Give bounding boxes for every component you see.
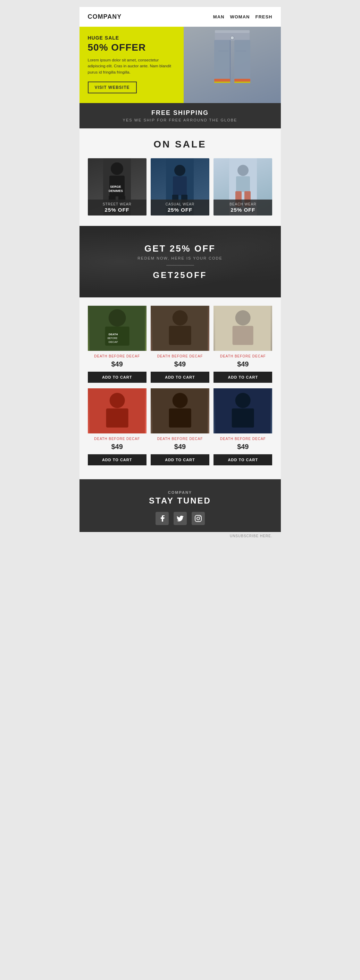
svg-point-52 xyxy=(200,516,200,517)
add-to-cart-button-4[interactable]: ADD TO CART xyxy=(88,454,147,465)
nav-item-man[interactable]: MAN xyxy=(213,14,225,19)
svg-rect-40 xyxy=(233,326,253,345)
coupon-title: GET 25% OFF xyxy=(88,243,272,254)
svg-point-25 xyxy=(237,165,248,176)
svg-point-13 xyxy=(111,162,123,175)
sale-category-casual: CASUAL WEAR xyxy=(154,202,206,206)
product-card-5: DEATH BEFORE DECAF $49 ADD TO CART xyxy=(151,388,209,465)
product-image-6 xyxy=(213,388,272,433)
hero-image-placeholder xyxy=(184,27,281,103)
sale-discount-beach: 25% OFF xyxy=(217,207,269,213)
instagram-icon[interactable] xyxy=(192,512,205,525)
sale-card-street-overlay: STREET WEAR 25% OFF xyxy=(88,200,147,215)
sale-grid: SERGE DENIMES STREET WEAR 25% OFF xyxy=(88,158,272,215)
hero-sale-label: HUGE SALE xyxy=(88,35,175,41)
coupon-banner: GET 25% OFF REDEM NOW, HERE IS YOUR CODE… xyxy=(80,226,281,298)
product-price-1: $49 xyxy=(111,360,123,368)
unsubscribe-link[interactable]: UNSUBSCRIBE HERE. xyxy=(230,534,272,538)
product-image-3 xyxy=(213,306,272,351)
sale-discount-casual: 25% OFF xyxy=(154,207,206,213)
sale-category-beach: BEACH WEAR xyxy=(217,202,269,206)
on-sale-section: ON SALE SERGE DENIMES STRE xyxy=(80,129,281,226)
svg-point-48 xyxy=(236,393,251,408)
sale-card-street[interactable]: SERGE DENIMES STREET WEAR 25% OFF xyxy=(88,158,147,215)
product-card-1: DEATH BEFORE DECAF DEATH BEFORE DECAF $4… xyxy=(88,306,147,383)
logo: COMPANY xyxy=(88,13,122,21)
coupon-subtitle: REDEM NOW, HERE IS YOUR CODE xyxy=(88,256,272,260)
product-image-2 xyxy=(151,306,209,351)
add-to-cart-button-3[interactable]: ADD TO CART xyxy=(213,372,272,383)
product-card-3: DEATH BEFORE DECAF $49 ADD TO CART xyxy=(213,306,272,383)
product-price-4: $49 xyxy=(111,443,123,451)
svg-point-30 xyxy=(108,309,126,326)
svg-rect-10 xyxy=(214,81,230,83)
product-price-5: $49 xyxy=(174,443,186,451)
nav-item-woman[interactable]: WOMAN xyxy=(230,14,250,19)
svg-point-45 xyxy=(172,393,188,408)
twitter-icon[interactable] xyxy=(174,512,187,525)
hero-image xyxy=(184,27,281,103)
product-name-5: DEATH BEFORE DECAF xyxy=(157,437,203,441)
svg-point-36 xyxy=(172,310,188,326)
svg-text:DEATH: DEATH xyxy=(108,333,118,336)
product-price-2: $49 xyxy=(174,360,186,368)
product-card-6: DEATH BEFORE DECAF $49 ADD TO CART xyxy=(213,388,272,465)
coupon-bg xyxy=(80,226,281,298)
shipping-subtitle: YES WE SHIP FOR FREE ARROUND THE GLOBE xyxy=(88,118,272,122)
social-icons xyxy=(88,512,272,525)
svg-rect-1 xyxy=(214,40,230,81)
svg-point-39 xyxy=(236,310,251,326)
product-image-4 xyxy=(88,388,147,433)
facebook-icon[interactable] xyxy=(156,512,169,525)
shipping-title: FREE SHIPPING xyxy=(88,109,272,116)
svg-rect-11 xyxy=(234,81,250,83)
header: COMPANY MAN WOMAN FRESH xyxy=(80,7,281,27)
on-sale-title: ON SALE xyxy=(88,139,272,150)
hero-left: HUGE SALE 50% OFFER Lorem ipsum dolor si… xyxy=(80,27,184,103)
svg-rect-8 xyxy=(214,79,230,81)
add-to-cart-button-1[interactable]: ADD TO CART xyxy=(88,372,147,383)
footer-company: COMPANY xyxy=(88,490,272,495)
svg-point-42 xyxy=(109,393,124,408)
product-price-6: $49 xyxy=(237,443,248,451)
footer-tagline: STAY TUNED xyxy=(88,496,272,506)
sale-card-beach-overlay: BEACH WEAR 25% OFF xyxy=(213,200,272,215)
svg-point-20 xyxy=(174,165,185,176)
svg-rect-43 xyxy=(106,409,128,428)
svg-text:SERGE: SERGE xyxy=(110,185,121,188)
svg-rect-3 xyxy=(215,30,250,33)
add-to-cart-button-5[interactable]: ADD TO CART xyxy=(151,454,209,465)
sale-card-beach[interactable]: BEACH WEAR 25% OFF xyxy=(213,158,272,215)
nav-item-fresh[interactable]: FRESH xyxy=(255,14,272,19)
hero-offer: 50% OFFER xyxy=(88,42,175,53)
svg-point-5 xyxy=(231,36,234,40)
product-image-5 xyxy=(151,388,209,433)
product-name-3: DEATH BEFORE DECAF xyxy=(220,354,266,358)
visit-website-button[interactable]: VISIT WEBSITE xyxy=(88,81,137,93)
sale-card-casual[interactable]: CASUAL WEAR 25% OFF xyxy=(151,158,209,215)
sale-card-casual-overlay: CASUAL WEAR 25% OFF xyxy=(151,200,209,215)
svg-text:BEFORE: BEFORE xyxy=(107,337,117,339)
coupon-code: GET25OFF xyxy=(88,270,272,280)
svg-rect-49 xyxy=(232,409,254,428)
svg-rect-37 xyxy=(169,326,191,345)
product-image-1: DEATH BEFORE DECAF xyxy=(88,306,147,351)
email-container: COMPANY MAN WOMAN FRESH HUGE SALE 50% OF… xyxy=(80,7,281,540)
svg-rect-21 xyxy=(173,176,187,196)
hero-section: HUGE SALE 50% OFFER Lorem ipsum dolor si… xyxy=(80,27,281,103)
add-to-cart-button-6[interactable]: ADD TO CART xyxy=(213,454,272,465)
footer: COMPANY STAY TUNED xyxy=(80,479,281,532)
svg-rect-2 xyxy=(234,40,250,81)
add-to-cart-button-2[interactable]: ADD TO CART xyxy=(151,372,209,383)
product-card-2: DEATH BEFORE DECAF $49 ADD TO CART xyxy=(151,306,209,383)
coupon-divider xyxy=(166,265,194,266)
hero-description: Lorem ipsum dolor sit amet, consectetur … xyxy=(88,57,175,75)
svg-rect-46 xyxy=(169,409,191,428)
sale-category-street: STREET WEAR xyxy=(91,202,143,206)
svg-rect-9 xyxy=(234,79,250,81)
svg-point-51 xyxy=(197,517,200,520)
shipping-banner: FREE SHIPPING YES WE SHIP FOR FREE ARROU… xyxy=(80,103,281,129)
product-grid-row1: DEATH BEFORE DECAF DEATH BEFORE DECAF $4… xyxy=(88,306,272,383)
product-name-1: DEATH BEFORE DECAF xyxy=(94,354,140,358)
product-card-4: DEATH BEFORE DECAF $49 ADD TO CART xyxy=(88,388,147,465)
